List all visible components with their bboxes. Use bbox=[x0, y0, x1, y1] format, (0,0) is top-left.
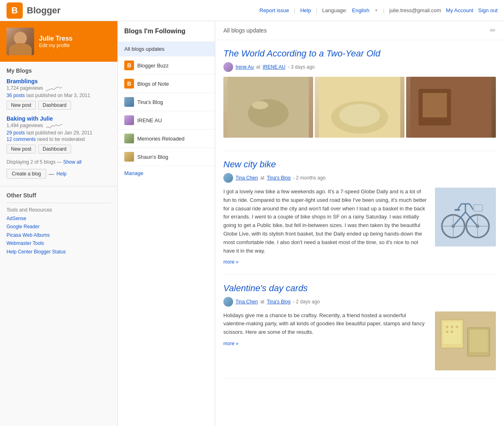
help-center-link[interactable]: Help Center Blogger Status bbox=[6, 248, 111, 256]
post-image-svg bbox=[223, 77, 313, 138]
post-meta: Tina Chen at Tina's Blog - 2 months ago bbox=[223, 173, 496, 183]
blog-posts-link[interactable]: 29 posts bbox=[6, 130, 25, 136]
post-author-link[interactable]: Irene Au bbox=[236, 64, 254, 70]
svg-point-34 bbox=[451, 331, 453, 333]
profile-info: Julie Tress Edit my profile bbox=[39, 35, 73, 48]
create-blog-button[interactable]: Create a blog bbox=[6, 169, 46, 179]
bike-image-svg bbox=[435, 188, 496, 247]
edit-icon[interactable]: ✏ bbox=[490, 26, 496, 35]
post-time: - 2 days ago bbox=[293, 299, 320, 305]
blog-name-bramblings[interactable]: Bramblings bbox=[6, 78, 38, 84]
blog-views: 1,494 pageviews bbox=[6, 123, 43, 128]
svg-point-32 bbox=[456, 326, 458, 328]
adsense-link[interactable]: AdSense bbox=[6, 214, 111, 223]
following-item-label: All blogs updates bbox=[124, 46, 164, 52]
google-reader-link[interactable]: Google Reader bbox=[6, 223, 111, 231]
tools-title: Tools and Resources bbox=[6, 207, 111, 213]
help-link[interactable]: Help bbox=[300, 7, 311, 13]
profile-name: Julie Tress bbox=[39, 35, 73, 42]
post-text: Holidays give me a chance to be craftsy.… bbox=[223, 311, 428, 370]
post-blog-link[interactable]: Tina's Blog bbox=[267, 175, 291, 181]
sparkline-icon bbox=[46, 123, 62, 129]
following-nav: Blogs I'm Following All blogs updates B … bbox=[118, 21, 215, 426]
following-item-label: Tina's Blog bbox=[137, 99, 163, 105]
content-header: All blogs updates ✏ bbox=[215, 21, 504, 40]
post-item: Valentine's day cards Tina Chen at Tina'… bbox=[223, 275, 496, 379]
manage-link[interactable]: Manage bbox=[118, 166, 215, 180]
blog-name-baking[interactable]: Baking with Julie bbox=[6, 115, 53, 122]
post-meta: Irene Au at IRENE AU - 3 days ago bbox=[223, 62, 496, 72]
dashboard-button[interactable]: Dashboard bbox=[38, 101, 71, 110]
post-body: Holidays give me a chance to be craftsy.… bbox=[223, 311, 496, 370]
post-body-text: I got a lovely new bike a few weekends a… bbox=[223, 188, 427, 254]
post-title[interactable]: New city bike bbox=[223, 159, 496, 170]
following-icon bbox=[124, 152, 134, 162]
more-link[interactable]: more » bbox=[223, 340, 428, 348]
blog-comments-link[interactable]: 12 comments bbox=[6, 136, 36, 142]
post-blog-link[interactable]: Tina's Blog bbox=[267, 299, 291, 305]
left-sidebar: Julie Tress Edit my profile My Blogs Bra… bbox=[0, 21, 118, 426]
following-item-all[interactable]: All blogs updates bbox=[118, 42, 215, 56]
svg-point-30 bbox=[446, 326, 448, 328]
blogger-logo-icon: B bbox=[6, 2, 23, 19]
language-label: Language: bbox=[322, 7, 347, 13]
avatar-image bbox=[6, 28, 34, 55]
post-body-text: Holidays give me a chance to be craftsy.… bbox=[223, 312, 424, 335]
following-item-label: Blogs of Note bbox=[137, 81, 169, 87]
post-author-link[interactable]: Tina Chen bbox=[236, 175, 258, 181]
post-time: - 3 days ago bbox=[288, 64, 315, 70]
profile-section: Julie Tress Edit my profile bbox=[0, 21, 117, 62]
displaying-text: Displaying 2 of 5 blogs — bbox=[6, 159, 62, 165]
post-images bbox=[223, 77, 496, 138]
svg-rect-36 bbox=[469, 330, 488, 352]
post-at: at bbox=[256, 64, 260, 70]
svg-rect-8 bbox=[423, 93, 447, 117]
blogger-icon: B bbox=[124, 61, 134, 70]
blog-posts-link[interactable]: 36 posts bbox=[6, 93, 25, 98]
tools-links: AdSense Google Reader Picasa Web Albums … bbox=[6, 214, 111, 256]
post-body: I got a lovely new bike a few weekends a… bbox=[223, 188, 496, 266]
language-chevron-icon: ▼ bbox=[374, 8, 378, 13]
my-account-link[interactable]: My Account bbox=[446, 7, 473, 13]
language-selector[interactable]: English bbox=[352, 7, 370, 13]
logo-area: B Blogger bbox=[6, 2, 260, 19]
post-author-link[interactable]: Tina Chen bbox=[236, 299, 258, 305]
following-icon bbox=[124, 97, 134, 107]
post-time: - 2 months ago bbox=[293, 175, 325, 181]
blog-item: Baking with Julie 1,494 pageviews 29 pos… bbox=[6, 115, 111, 154]
following-item-shawns-blog[interactable]: Shaun's Blog bbox=[118, 148, 215, 166]
help-link-sidebar[interactable]: Help bbox=[56, 171, 67, 177]
more-link[interactable]: more » bbox=[223, 258, 428, 266]
blog-last-pub: last published on Jan 29, 2011 bbox=[26, 130, 93, 136]
blog-stats: 1,494 pageviews bbox=[6, 123, 111, 129]
post-title[interactable]: Valentine's day cards bbox=[223, 283, 496, 294]
new-post-button[interactable]: New post bbox=[6, 145, 36, 154]
post-at: at bbox=[260, 299, 264, 305]
webmaster-link[interactable]: Webmaster Tools bbox=[6, 239, 111, 247]
following-item-blogger-buzz[interactable]: B Blogger Buzz bbox=[118, 56, 215, 75]
dashboard-button[interactable]: Dashboard bbox=[38, 145, 71, 154]
report-issue-link[interactable]: Report issue bbox=[260, 7, 289, 13]
post-thumbnail bbox=[435, 311, 496, 370]
other-stuff-section: Other Stuff Tools and Resources AdSense … bbox=[0, 186, 117, 262]
new-post-button[interactable]: New post bbox=[6, 101, 36, 110]
my-blogs-section: My Blogs Bramblings 1,724 pageviews 36 p… bbox=[0, 62, 117, 186]
following-item-tinas-blog[interactable]: Tina's Blog bbox=[118, 93, 215, 111]
following-item-label: Memories Reloaded bbox=[137, 136, 184, 142]
following-item-memories-reloaded[interactable]: Memories Reloaded bbox=[118, 130, 215, 148]
following-item-irene-au[interactable]: IRENE AU bbox=[118, 111, 215, 130]
post-blog-link[interactable]: IRENE AU bbox=[263, 64, 286, 70]
following-item-label: IRENE AU bbox=[137, 117, 162, 123]
show-all-link[interactable]: Show all bbox=[63, 159, 81, 165]
manage-anchor[interactable]: Manage bbox=[124, 170, 143, 176]
following-item-label: Blogger Buzz bbox=[137, 63, 169, 69]
following-item-blogs-of-note[interactable]: B Blogs of Note bbox=[118, 75, 215, 93]
edit-profile-link[interactable]: Edit my profile bbox=[39, 43, 70, 48]
sign-out-link[interactable]: Sign out bbox=[478, 7, 498, 13]
logo-text: Blogger bbox=[27, 5, 61, 16]
post-title[interactable]: The World According to a Two-Year Old bbox=[223, 48, 496, 59]
post-item: The World According to a Two-Year Old Ir… bbox=[223, 40, 496, 151]
post-meta: Tina Chen at Tina's Blog - 2 days ago bbox=[223, 297, 496, 307]
my-blogs-title: My Blogs bbox=[6, 67, 111, 74]
picasa-link[interactable]: Picasa Web Albums bbox=[6, 231, 111, 239]
